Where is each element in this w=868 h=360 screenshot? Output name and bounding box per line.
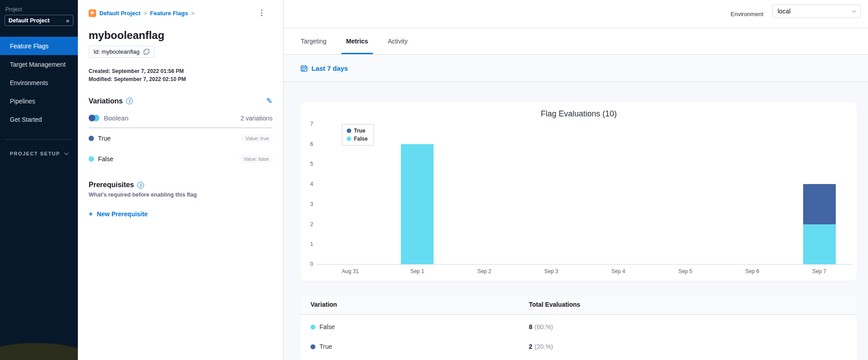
legend-item-false[interactable]: False <box>347 136 368 142</box>
flag-tabs: TargetingMetricsActivity <box>284 28 868 55</box>
chevron-down-icon <box>64 150 69 155</box>
variation-type-label: Boolean <box>104 114 128 122</box>
x-axis-label: Sep 7 <box>799 268 839 274</box>
variation-value-badge: Value: false <box>240 154 272 163</box>
project-setup-section[interactable]: PROJECT SETUP <box>10 151 68 156</box>
legend-color-dot <box>347 129 351 133</box>
legend-label: False <box>354 136 368 142</box>
y-axis-tick: 5 <box>303 161 313 167</box>
flag-evaluations-chart-card: Flag Evaluations (10) TrueFalse 01234567… <box>301 102 857 281</box>
breadcrumb-separator: > <box>191 10 195 17</box>
variations-heading: Variations i <box>89 97 133 105</box>
environment-select[interactable]: local <box>772 4 861 18</box>
variation-color-dot <box>311 344 315 349</box>
variation-name: True <box>98 135 111 142</box>
x-axis-label: Sep 5 <box>665 268 706 274</box>
flag-modified-date: Modified: September 7, 2022 02:10 PM <box>89 75 272 83</box>
y-axis-tick: 1 <box>303 241 313 247</box>
variations-info-icon[interactable]: i <box>126 98 133 104</box>
flag-title: mybooleanflag <box>89 29 272 42</box>
sidebar-item-pipelines[interactable]: Pipelines <box>0 92 78 110</box>
x-axis-label: Sep 1 <box>397 268 438 274</box>
metrics-panel: Environment local TargetingMetricsActivi… <box>284 0 868 360</box>
metrics-content: Flag Evaluations (10) TrueFalse 01234567… <box>284 82 868 360</box>
sidebar-nav: Feature FlagsTarget ManagementEnvironmen… <box>0 37 78 129</box>
sidebar-divider <box>5 139 72 140</box>
project-selector-value: Default Project <box>9 17 50 24</box>
prerequisites-subtitle: What's required before enabling this fla… <box>89 192 272 198</box>
y-axis-tick: 2 <box>303 221 313 227</box>
boolean-type-icon <box>89 115 99 121</box>
flag-created-date: Created: September 7, 2022 01:56 PM <box>89 67 272 75</box>
date-range-selector[interactable]: Last 7 days <box>311 64 348 72</box>
breadcrumb-links: Default Project>Feature Flags> <box>99 10 194 17</box>
breadcrumb-separator: > <box>144 10 147 17</box>
y-axis-tick: 4 <box>303 181 313 187</box>
flag-dates: Created: September 7, 2022 01:56 PM Modi… <box>89 67 272 83</box>
evaluation-count: 8 <box>529 323 532 330</box>
chart-legend: TrueFalse <box>342 124 374 146</box>
tab-metrics[interactable]: Metrics <box>346 28 368 54</box>
variation-row-false: FalseValue: false <box>89 149 272 169</box>
x-axis-label: Aug 31 <box>330 268 370 274</box>
variation-value-badge: Value: true <box>242 134 272 143</box>
flag-id-badge: Id: mybooleanflag <box>89 46 154 58</box>
table-cell-variation: True <box>301 343 529 350</box>
breadcrumb: ⚑ Default Project>Feature Flags> <box>89 0 272 17</box>
table-cell-total-evaluations: 8(80.%) <box>529 323 857 330</box>
bar-segment-false-sep-1[interactable] <box>401 144 434 264</box>
environment-select-value: local <box>778 8 791 15</box>
edit-variations-icon[interactable]: ✎ <box>266 96 272 106</box>
expand-project-icon[interactable]: » <box>66 17 69 24</box>
variation-name: False <box>319 323 335 330</box>
legend-color-dot <box>347 137 351 141</box>
x-axis-label: Sep 2 <box>464 268 504 274</box>
x-axis-label: Sep 3 <box>531 268 571 274</box>
sidebar-item-get-started[interactable]: Get Started <box>0 110 78 129</box>
project-selector[interactable]: Default Project » <box>4 15 73 26</box>
x-axis-label: Sep 6 <box>732 268 772 274</box>
variation-color-dot <box>89 156 94 162</box>
legend-label: True <box>354 128 365 134</box>
table-body: False8(80.%)True2(20.%) <box>301 315 857 356</box>
y-axis-tick: 6 <box>303 141 313 147</box>
sidebar-item-environments[interactable]: Environments <box>0 73 78 92</box>
breadcrumb-link-default-project[interactable]: Default Project <box>99 10 140 17</box>
evaluation-percent: (80.%) <box>535 323 553 330</box>
sidebar-item-feature-flags[interactable]: Feature Flags <box>0 37 78 55</box>
new-prerequisite-button[interactable]: + New Prerequisite <box>89 210 148 218</box>
chevron-down-icon <box>852 8 856 13</box>
copy-icon[interactable] <box>144 49 149 55</box>
variation-list: TrueValue: trueFalseValue: false <box>89 128 272 169</box>
flag-detail-panel: ⚑ Default Project>Feature Flags> ⋮ myboo… <box>78 0 284 360</box>
tab-targeting[interactable]: Targeting <box>301 28 327 54</box>
bar-segment-true-sep-7[interactable] <box>803 184 836 224</box>
flag-options-menu-button[interactable]: ⋮ <box>258 8 265 17</box>
table-header-row: Variation Total Evaluations <box>301 295 857 315</box>
date-range-bar: Last 7 days <box>284 55 868 82</box>
prerequisites-heading: Prerequisites i <box>89 181 144 189</box>
variation-row-true: TrueValue: true <box>89 128 272 149</box>
legend-item-true[interactable]: True <box>347 128 368 134</box>
table-row-false: False8(80.%) <box>301 317 857 337</box>
y-axis-tick: 0 <box>303 261 313 267</box>
breadcrumb-link-feature-flags[interactable]: Feature Flags <box>150 10 188 17</box>
prerequisites-info-icon[interactable]: i <box>137 182 144 189</box>
calendar-icon[interactable] <box>301 65 307 72</box>
table-header-variation: Variation <box>301 301 529 308</box>
plus-icon: + <box>89 210 93 218</box>
variation-type-row: Boolean 2 variations <box>89 114 272 128</box>
table-cell-total-evaluations: 2(20.%) <box>529 343 857 350</box>
project-label: Project <box>5 6 78 13</box>
sidebar-item-target-management[interactable]: Target Management <box>0 55 78 73</box>
tab-activity[interactable]: Activity <box>388 28 408 54</box>
environment-header: Environment local <box>284 0 868 28</box>
evaluations-table-card: Variation Total Evaluations False8(80.%)… <box>301 295 857 360</box>
bar-segment-false-sep-7[interactable] <box>803 224 836 264</box>
environment-label: Environment <box>731 11 763 17</box>
variation-count: 2 variations <box>240 115 272 122</box>
feature-flag-logo-icon: ⚑ <box>89 9 96 17</box>
variation-name: False <box>98 155 113 163</box>
y-axis-tick: 7 <box>303 121 313 127</box>
evaluation-percent: (20.%) <box>535 343 553 350</box>
